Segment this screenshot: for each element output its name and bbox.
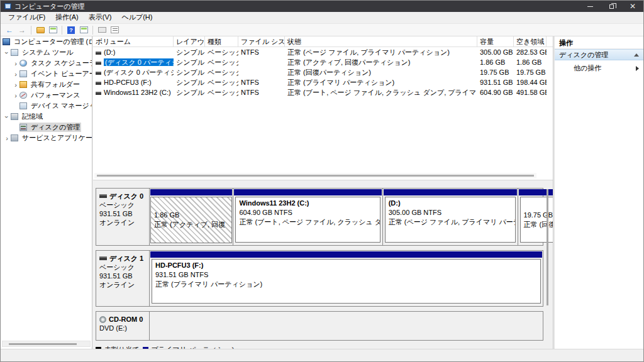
disk-management-icon — [19, 124, 27, 131]
column-header-volume[interactable]: ボリューム — [93, 36, 174, 47]
graphical-view: ディスク 0 ベーシック 931.51 GB オンライン 1.86 GB 正常 … — [93, 184, 553, 349]
tree-item-computer-management[interactable]: コンピューターの管理 (ローカル — [1, 36, 92, 47]
volume-row[interactable]: (D:) シンプル ベーシック NTFS 正常 (ページ ファイル, プライマリ… — [93, 47, 553, 57]
minimize-button[interactable] — [579, 1, 601, 12]
tree-item-shared-folders[interactable]: › 共有フォルダー — [1, 79, 92, 90]
performance-icon — [19, 92, 27, 99]
tree-item-system-tools[interactable]: › システム ツール — [1, 47, 92, 58]
menu-help[interactable]: ヘルプ(H) — [116, 11, 157, 23]
show-hide-pane-icon[interactable] — [78, 25, 89, 35]
disk-management-panel: ボリューム レイアウト 種類 ファイル システム 状態 容量 空き領域 (D:)… — [93, 36, 553, 349]
actions-panel: 操作 ディスクの管理 他の操作 — [554, 36, 643, 349]
tree-item-task-scheduler[interactable]: › タスク スケジューラ — [1, 58, 92, 69]
chevron-right-icon[interactable]: › — [12, 92, 19, 99]
tree-item-performance[interactable]: › パフォーマンス — [1, 90, 92, 101]
console-window-icon[interactable] — [47, 25, 58, 35]
column-header-filesystem[interactable]: ファイル システム — [238, 36, 285, 47]
partition-box[interactable]: HD-PCFU3 (F:) 931.51 GB NTFS 正常 (プライマリ パ… — [152, 259, 541, 304]
actions-panel-title: 操作 — [555, 36, 643, 49]
system-tools-icon — [11, 49, 18, 56]
volume-list-horizontal-scrollbar[interactable] — [94, 173, 536, 178]
menu-view[interactable]: 表示(V) — [84, 11, 117, 23]
more-actions-item[interactable]: 他の操作 — [555, 60, 643, 73]
column-header-layout[interactable]: レイアウト — [174, 36, 205, 47]
volume-list: ボリューム レイアウト 種類 ファイル システム 状態 容量 空き領域 (D:)… — [93, 36, 553, 180]
disk-1-row: ディスク 1 ベーシック 931.51 GB オンライン HD-PCFU3 (F… — [96, 250, 543, 307]
partition-hd-pcfu3[interactable]: HD-PCFU3 (F:) 931.51 GB NTFS 正常 (プライマリ パ… — [150, 251, 543, 306]
menu-bar: ファイル(F) 操作(A) 表示(V) ヘルプ(H) — [1, 12, 643, 23]
partition-windows-c[interactable]: Windows11 23H2 (C:) 604.90 GB NTFS 正常 (ブ… — [233, 189, 382, 245]
computer-management-icon — [3, 38, 10, 45]
tree-item-services-applications[interactable]: › サービスとアプリケーション — [1, 133, 92, 143]
collapse-arrow-icon[interactable] — [634, 53, 639, 57]
chevron-right-icon[interactable]: › — [3, 134, 11, 142]
toolbar: ← → ? — [1, 23, 643, 36]
primary-partition-bar — [384, 189, 517, 195]
disk-0-row: ディスク 0 ベーシック 931.51 GB オンライン 1.86 GB 正常 … — [96, 188, 543, 246]
window-bottom-strip — [1, 349, 643, 361]
graphical-vertical-scrollbar[interactable] — [545, 189, 550, 334]
chevron-right-icon[interactable]: › — [12, 81, 19, 89]
task-scheduler-icon — [19, 60, 27, 67]
event-viewer-icon — [19, 70, 27, 77]
cdrom-0-label[interactable]: CD-ROM 0 DVD (E:) — [96, 312, 150, 340]
column-header-free[interactable]: 空き領域 — [514, 36, 547, 47]
volume-row[interactable]: (ディスク 0 パーティション 4) シンプル ベーシック 正常 (回復パーティ… — [93, 67, 553, 77]
partition-box[interactable]: (D:) 305.00 GB NTFS 正常 (ページ ファイル, プライマリ … — [385, 197, 516, 243]
folder-icon[interactable] — [35, 25, 46, 35]
volume-list-header: ボリューム レイアウト 種類 ファイル システム 状態 容量 空き領域 — [93, 36, 553, 47]
action-menu-icon[interactable] — [96, 25, 108, 35]
window-title: コンピューターの管理 — [14, 2, 85, 11]
chevron-right-icon[interactable]: › — [12, 60, 19, 67]
disk-icon — [99, 256, 107, 260]
selected-volume-label: (ディスク 0 パーティション 1) — [104, 58, 174, 66]
chevron-down-icon[interactable]: › — [3, 49, 11, 57]
volume-row-selected[interactable]: (ディスク 0 パーティション 1) シンプル ベーシック 正常 (アクティブ,… — [93, 57, 553, 67]
tree-item-storage[interactable]: › 記憶域 — [1, 111, 92, 122]
partition-d[interactable]: (D:) 305.00 GB NTFS 正常 (ページ ファイル, プライマリ … — [383, 189, 518, 245]
toolbar-separator — [62, 26, 62, 35]
tree-horizontal-scrollbar[interactable] — [2, 341, 91, 347]
restore-button[interactable] — [601, 1, 622, 12]
volume-icon — [96, 62, 101, 65]
actions-group-disk-management[interactable]: ディスクの管理 — [555, 49, 643, 60]
title-bar: コンピューターの管理 ✕ — [1, 1, 643, 12]
volume-row[interactable]: HD-PCFU3 (F:) シンプル ベーシック NTFS 正常 (プライマリ … — [93, 77, 553, 87]
back-icon[interactable]: ← — [4, 25, 15, 35]
volume-icon — [96, 52, 101, 55]
cd-rom-icon — [99, 316, 106, 323]
volume-icon — [96, 82, 101, 85]
partition-recovery-1[interactable]: 1.86 GB 正常 (アクティブ, 回復 — [150, 189, 233, 245]
menu-action[interactable]: 操作(A) — [50, 11, 84, 23]
column-header-status[interactable]: 状態 — [285, 36, 477, 47]
toolbar-separator — [92, 26, 93, 35]
tree-item-device-manager[interactable]: デバイス マネージャー — [1, 101, 92, 111]
menu-file[interactable]: ファイル(F) — [3, 11, 50, 23]
chevron-down-icon[interactable]: › — [3, 113, 11, 121]
disk-0-label[interactable]: ディスク 0 ベーシック 931.51 GB オンライン — [96, 189, 150, 245]
cdrom-empty-area — [150, 312, 543, 340]
volume-icon — [96, 92, 101, 95]
disk-icon — [99, 194, 107, 198]
volume-row[interactable]: Windows11 23H2 (C:) シンプル ベーシック NTFS 正常 (… — [93, 87, 553, 97]
column-header-type[interactable]: 種類 — [205, 36, 238, 47]
expand-arrow-icon[interactable] — [636, 66, 639, 71]
primary-partition-bar — [234, 189, 381, 195]
storage-icon — [11, 113, 18, 120]
partition-box[interactable]: Windows11 23H2 (C:) 604.90 GB NTFS 正常 (ブ… — [235, 197, 380, 243]
cdrom-0-row: CD-ROM 0 DVD (E:) — [96, 311, 543, 341]
panel-splitter[interactable] — [93, 180, 553, 184]
partition-box-selected[interactable]: 1.86 GB 正常 (アクティブ, 回復 — [150, 197, 232, 243]
computer-management-window: コンピューターの管理 ✕ ファイル(F) 操作(A) 表示(V) ヘルプ(H) … — [0, 0, 644, 362]
help-icon[interactable]: ? — [65, 25, 77, 35]
forward-icon[interactable]: → — [16, 25, 28, 35]
disk-1-label[interactable]: ディスク 1 ベーシック 931.51 GB オンライン — [96, 251, 150, 306]
tree-item-event-viewer[interactable]: › イベント ビューアー — [1, 69, 92, 79]
services-icon — [11, 134, 18, 141]
column-header-capacity[interactable]: 容量 — [477, 36, 514, 47]
close-button[interactable]: ✕ — [622, 1, 643, 12]
properties-icon[interactable] — [109, 25, 120, 35]
tree-item-disk-management[interactable]: ディスクの管理 — [1, 122, 92, 133]
primary-partition-bar — [150, 251, 542, 258]
chevron-right-icon[interactable]: › — [12, 70, 19, 78]
